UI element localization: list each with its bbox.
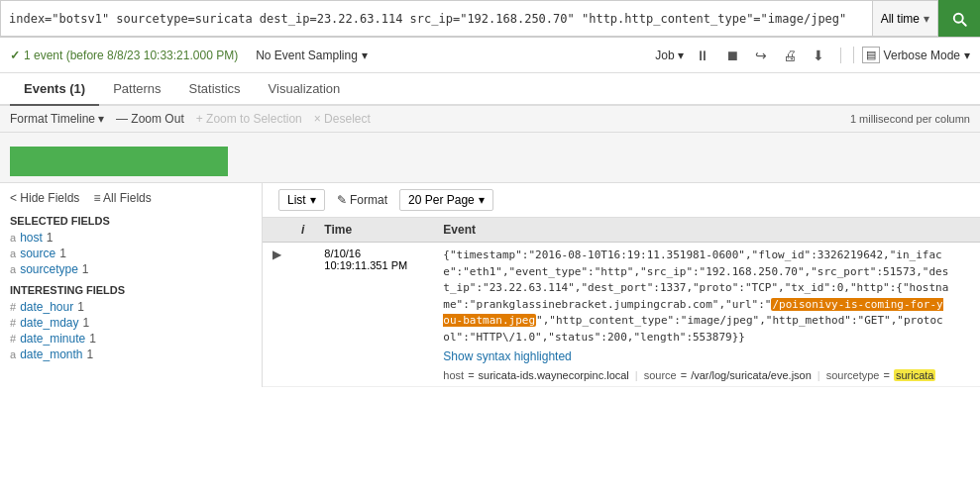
pause-button[interactable]: ⏸	[692, 46, 713, 65]
sidebar-top: < Hide Fields ≡ All Fields	[10, 191, 252, 205]
table-row: ▶ 8/10/1610:19:11.351 PM {"timestamp":"2…	[263, 243, 980, 387]
export-button[interactable]: ⬇	[809, 46, 828, 65]
meta-sourcetype-value: suricata	[894, 369, 936, 381]
time-cell: 8/10/1610:19:11.351 PM	[314, 243, 433, 387]
verbose-label: Verbose Mode	[884, 49, 960, 62]
tab-events[interactable]: Events (1)	[10, 73, 99, 106]
ms-label: 1 millisecond per column	[850, 113, 970, 125]
field-link-source[interactable]: source	[20, 247, 55, 260]
meta-source-key: source	[644, 369, 677, 381]
event-count-label: 1 event (before 8/8/23 10:33:21.000 PM)	[24, 49, 238, 62]
meta-sourcetype-key: sourcetype	[826, 369, 880, 381]
zoom-out-label: — Zoom Out	[116, 112, 184, 126]
event-count: ✓ 1 event (before 8/8/23 10:33:21.000 PM…	[10, 49, 238, 62]
deselect-button[interactable]: × Deselect	[314, 112, 371, 126]
list-button[interactable]: List ▾	[278, 189, 325, 211]
perpage-caret: ▾	[479, 193, 485, 207]
results-area: List ▾ ✎ Format 20 Per Page ▾ i Time Eve…	[263, 183, 980, 387]
zoom-out-button[interactable]: — Zoom Out	[116, 112, 184, 126]
meta-sep-2: |	[817, 369, 820, 381]
event-time: 8/10/1610:19:11.351 PM	[324, 248, 407, 271]
field-type-sourcetype: a	[10, 263, 16, 275]
expand-cell: ▶	[263, 243, 291, 387]
field-type-date-mday: #	[10, 317, 16, 329]
meta-sep-1: |	[635, 369, 638, 381]
field-link-date-hour[interactable]: date_hour	[20, 300, 73, 314]
field-date-minute: # date_minute 1	[10, 332, 252, 346]
field-link-date-mday[interactable]: date_mday	[20, 316, 78, 330]
field-link-sourcetype[interactable]: sourcetype	[20, 262, 78, 276]
col-header-event: Event	[433, 218, 980, 243]
meta-host-value: suricata-ids.waynecorpinc.local	[479, 369, 629, 381]
field-date-month: a date_month 1	[10, 347, 252, 361]
timeline-chart	[0, 133, 980, 183]
search-button[interactable]	[938, 0, 980, 37]
zoom-selection-label: + Zoom to Selection	[196, 112, 302, 126]
hide-fields-button[interactable]: < Hide Fields	[10, 191, 79, 205]
format-label: ✎ Format	[337, 193, 387, 207]
tab-statistics[interactable]: Statistics	[175, 73, 255, 106]
field-link-date-minute[interactable]: date_minute	[20, 332, 85, 346]
all-fields-button[interactable]: ≡ All Fields	[93, 191, 151, 205]
timeline-bar	[10, 147, 228, 176]
timeline-bar-container	[10, 139, 970, 176]
event-cell: {"timestamp":"2016-08-10T16:19:11.351981…	[433, 243, 980, 387]
col-header-i: i	[291, 218, 314, 243]
verbose-button[interactable]: ▤ Verbose Mode ▾	[853, 47, 970, 63]
perpage-button[interactable]: 20 Per Page ▾	[399, 189, 493, 211]
tab-patterns[interactable]: Patterns	[99, 73, 174, 106]
tabs: Events (1) Patterns Statistics Visualiza…	[0, 73, 980, 106]
field-count-date-minute: 1	[89, 332, 96, 346]
format-timeline-caret: ▾	[98, 112, 104, 126]
hide-fields-label: < Hide Fields	[10, 191, 79, 205]
tab-visualization[interactable]: Visualization	[255, 73, 355, 106]
interesting-fields-title: INTERESTING FIELDS	[10, 284, 252, 296]
toolbar-actions: Job ▾ ⏸ ⏹ ↪ 🖨 ⬇ ▤ Verbose Mode ▾	[655, 46, 970, 65]
field-sourcetype: a sourcetype 1	[10, 262, 252, 276]
table-header-row: i Time Event	[263, 218, 980, 243]
all-fields-label: ≡ All Fields	[93, 191, 151, 205]
expand-button[interactable]: ▶	[272, 248, 281, 261]
format-timeline-button[interactable]: Format Timeline ▾	[10, 112, 104, 126]
field-count-source: 1	[59, 247, 66, 260]
search-input[interactable]	[0, 0, 872, 37]
job-button[interactable]: Job ▾	[655, 49, 683, 62]
field-count-date-mday: 1	[83, 316, 90, 330]
zoom-selection-button[interactable]: + Zoom to Selection	[196, 112, 302, 126]
stop-button[interactable]: ⏹	[721, 46, 743, 65]
time-picker[interactable]: All time ▾	[872, 0, 938, 37]
share-button[interactable]: ↪	[751, 46, 771, 65]
sampling-button[interactable]: No Event Sampling ▾	[250, 47, 374, 64]
list-label: List	[287, 193, 306, 207]
field-type-date-month: a	[10, 348, 16, 360]
results-toolbar: List ▾ ✎ Format 20 Per Page ▾	[263, 183, 980, 218]
event-meta: host = suricata-ids.waynecorpinc.local |…	[443, 369, 970, 381]
meta-host: host = suricata-ids.waynecorpinc.local	[443, 369, 628, 381]
field-type-source: a	[10, 248, 16, 259]
print-button[interactable]: 🖨	[779, 46, 801, 65]
show-syntax-link[interactable]: Show syntax highlighted	[443, 349, 970, 363]
meta-sourcetype-sep: =	[883, 369, 889, 381]
col-header-expand	[263, 218, 291, 243]
info-cell	[291, 243, 314, 387]
field-date-hour: # date_hour 1	[10, 300, 252, 314]
meta-source-value: /var/log/suricata/eve.json	[691, 369, 812, 381]
field-type-date-minute: #	[10, 333, 16, 345]
list-caret: ▾	[310, 193, 316, 207]
field-count-date-hour: 1	[77, 300, 84, 314]
meta-source-sep: =	[681, 369, 687, 381]
search-bar: All time ▾	[0, 0, 980, 38]
meta-host-key: host	[443, 369, 464, 381]
meta-source: source = /var/log/suricata/eve.json	[644, 369, 812, 381]
verbose-caret: ▾	[964, 49, 970, 62]
toolbar-row: ✓ 1 event (before 8/8/23 10:33:21.000 PM…	[0, 38, 980, 73]
job-label: Job	[655, 49, 674, 62]
field-link-host[interactable]: host	[20, 231, 43, 245]
main-content: < Hide Fields ≡ All Fields SELECTED FIEL…	[0, 183, 980, 387]
col-header-time: Time	[314, 218, 433, 243]
field-count-date-month: 1	[87, 347, 94, 361]
field-type-date-hour: #	[10, 301, 16, 313]
field-source: a source 1	[10, 247, 252, 260]
field-link-date-month[interactable]: date_month	[20, 347, 82, 361]
format-button[interactable]: ✎ Format	[337, 193, 387, 207]
